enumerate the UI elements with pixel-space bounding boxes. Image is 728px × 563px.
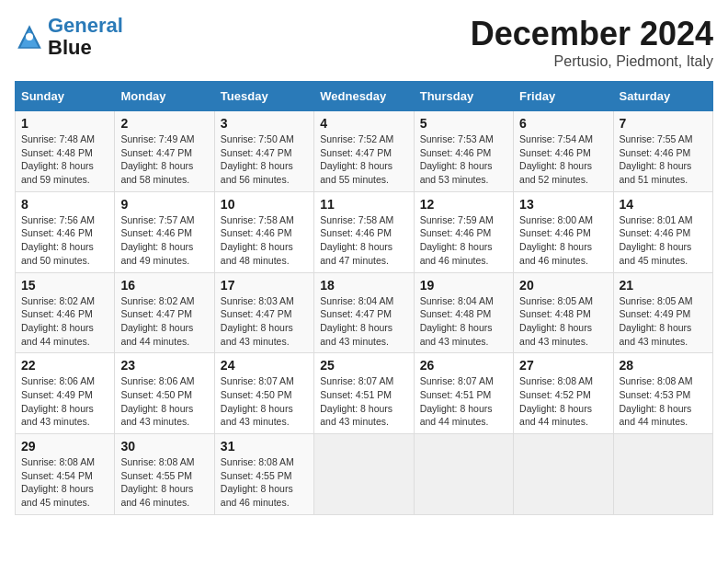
day-info: Sunrise: 7:49 AM Sunset: 4:47 PM Dayligh…	[120, 132, 208, 187]
day-info: Sunrise: 8:03 AM Sunset: 4:47 PM Dayligh…	[221, 294, 308, 349]
calendar-cell: 29 Sunrise: 8:08 AM Sunset: 4:54 PM Dayl…	[16, 434, 115, 515]
calendar-week-row: 22 Sunrise: 8:06 AM Sunset: 4:49 PM Dayl…	[16, 353, 713, 434]
logo-text: General Blue	[48, 15, 123, 59]
day-number: 1	[21, 116, 108, 131]
day-number: 16	[120, 278, 208, 293]
day-number: 25	[320, 358, 407, 373]
day-info: Sunrise: 8:07 AM Sunset: 4:51 PM Dayligh…	[320, 374, 407, 429]
day-number: 11	[320, 197, 407, 212]
header-sunday: Sunday	[16, 82, 115, 111]
calendar-cell: 19 Sunrise: 8:04 AM Sunset: 4:48 PM Dayl…	[414, 272, 513, 353]
day-info: Sunrise: 8:08 AM Sunset: 4:54 PM Dayligh…	[21, 455, 108, 510]
day-number: 20	[519, 278, 607, 293]
day-number: 28	[620, 358, 707, 373]
day-info: Sunrise: 8:07 AM Sunset: 4:50 PM Dayligh…	[221, 374, 308, 429]
calendar-cell: 18 Sunrise: 8:04 AM Sunset: 4:47 PM Dayl…	[314, 272, 414, 353]
day-number: 18	[320, 278, 407, 293]
calendar-table: SundayMondayTuesdayWednesdayThursdayFrid…	[15, 81, 713, 515]
day-info: Sunrise: 8:07 AM Sunset: 4:51 PM Dayligh…	[420, 374, 507, 429]
day-info: Sunrise: 7:58 AM Sunset: 4:46 PM Dayligh…	[221, 213, 308, 268]
day-info: Sunrise: 8:06 AM Sunset: 4:49 PM Dayligh…	[21, 374, 108, 429]
day-number: 9	[120, 197, 208, 212]
day-number: 10	[221, 197, 308, 212]
day-info: Sunrise: 8:08 AM Sunset: 4:52 PM Dayligh…	[519, 374, 607, 429]
svg-point-2	[26, 33, 33, 40]
day-number: 7	[620, 116, 707, 131]
calendar-cell: 2 Sunrise: 7:49 AM Sunset: 4:47 PM Dayli…	[115, 111, 214, 192]
logo-line1: General	[48, 14, 123, 37]
day-info: Sunrise: 7:50 AM Sunset: 4:47 PM Dayligh…	[221, 132, 308, 187]
day-info: Sunrise: 7:55 AM Sunset: 4:46 PM Dayligh…	[620, 132, 707, 187]
day-info: Sunrise: 8:08 AM Sunset: 4:55 PM Dayligh…	[120, 455, 208, 510]
day-number: 14	[620, 197, 707, 212]
day-info: Sunrise: 7:53 AM Sunset: 4:46 PM Dayligh…	[420, 132, 507, 187]
calendar-cell: 31 Sunrise: 8:08 AM Sunset: 4:55 PM Dayl…	[214, 434, 313, 515]
calendar-cell: 22 Sunrise: 8:06 AM Sunset: 4:49 PM Dayl…	[16, 353, 115, 434]
day-info: Sunrise: 8:04 AM Sunset: 4:47 PM Dayligh…	[320, 294, 407, 349]
day-number: 27	[519, 358, 607, 373]
calendar-cell: 9 Sunrise: 7:57 AM Sunset: 4:46 PM Dayli…	[115, 191, 214, 272]
calendar-cell: 4 Sunrise: 7:52 AM Sunset: 4:47 PM Dayli…	[314, 111, 414, 192]
day-number: 2	[120, 116, 208, 131]
calendar-cell: 24 Sunrise: 8:07 AM Sunset: 4:50 PM Dayl…	[214, 353, 313, 434]
day-number: 17	[221, 278, 308, 293]
calendar-week-row: 8 Sunrise: 7:56 AM Sunset: 4:46 PM Dayli…	[16, 191, 713, 272]
day-info: Sunrise: 8:00 AM Sunset: 4:46 PM Dayligh…	[519, 213, 607, 268]
day-info: Sunrise: 7:56 AM Sunset: 4:46 PM Dayligh…	[21, 213, 108, 268]
day-info: Sunrise: 8:08 AM Sunset: 4:53 PM Dayligh…	[620, 374, 707, 429]
header-tuesday: Tuesday	[214, 82, 313, 111]
calendar-cell: 25 Sunrise: 8:07 AM Sunset: 4:51 PM Dayl…	[314, 353, 414, 434]
calendar-cell: 14 Sunrise: 8:01 AM Sunset: 4:46 PM Dayl…	[613, 191, 712, 272]
calendar-cell: 12 Sunrise: 7:59 AM Sunset: 4:46 PM Dayl…	[414, 191, 513, 272]
calendar-cell: 16 Sunrise: 8:02 AM Sunset: 4:47 PM Dayl…	[115, 272, 214, 353]
day-info: Sunrise: 8:02 AM Sunset: 4:46 PM Dayligh…	[21, 294, 108, 349]
day-number: 21	[620, 278, 707, 293]
logo-line2: Blue	[48, 36, 92, 59]
month-title: December 2024	[471, 15, 713, 53]
day-number: 29	[21, 439, 108, 454]
day-number: 4	[320, 116, 407, 131]
calendar-cell	[514, 434, 613, 515]
day-number: 3	[221, 116, 308, 131]
day-number: 8	[21, 197, 108, 212]
calendar-week-row: 15 Sunrise: 8:02 AM Sunset: 4:46 PM Dayl…	[16, 272, 713, 353]
day-info: Sunrise: 8:05 AM Sunset: 4:48 PM Dayligh…	[519, 294, 607, 349]
day-number: 31	[221, 439, 308, 454]
calendar-cell: 7 Sunrise: 7:55 AM Sunset: 4:46 PM Dayli…	[613, 111, 712, 192]
location-subtitle: Pertusio, Piedmont, Italy	[471, 53, 713, 70]
day-info: Sunrise: 8:06 AM Sunset: 4:50 PM Dayligh…	[120, 374, 208, 429]
calendar-cell: 23 Sunrise: 8:06 AM Sunset: 4:50 PM Dayl…	[115, 353, 214, 434]
calendar-cell: 15 Sunrise: 8:02 AM Sunset: 4:46 PM Dayl…	[16, 272, 115, 353]
calendar-cell: 26 Sunrise: 8:07 AM Sunset: 4:51 PM Dayl…	[414, 353, 513, 434]
day-info: Sunrise: 7:59 AM Sunset: 4:46 PM Dayligh…	[420, 213, 507, 268]
calendar-cell: 27 Sunrise: 8:08 AM Sunset: 4:52 PM Dayl…	[514, 353, 613, 434]
calendar-cell: 3 Sunrise: 7:50 AM Sunset: 4:47 PM Dayli…	[214, 111, 313, 192]
calendar-cell: 28 Sunrise: 8:08 AM Sunset: 4:53 PM Dayl…	[613, 353, 712, 434]
day-info: Sunrise: 7:58 AM Sunset: 4:46 PM Dayligh…	[320, 213, 407, 268]
header-wednesday: Wednesday	[314, 82, 414, 111]
calendar-cell: 1 Sunrise: 7:48 AM Sunset: 4:48 PM Dayli…	[16, 111, 115, 192]
day-info: Sunrise: 8:05 AM Sunset: 4:49 PM Dayligh…	[620, 294, 707, 349]
calendar-cell: 8 Sunrise: 7:56 AM Sunset: 4:46 PM Dayli…	[16, 191, 115, 272]
calendar-cell	[314, 434, 414, 515]
day-number: 19	[420, 278, 507, 293]
calendar-cell: 5 Sunrise: 7:53 AM Sunset: 4:46 PM Dayli…	[414, 111, 513, 192]
header-friday: Friday	[514, 82, 613, 111]
logo: General Blue	[15, 15, 123, 59]
calendar-week-row: 29 Sunrise: 8:08 AM Sunset: 4:54 PM Dayl…	[16, 434, 713, 515]
calendar-cell: 6 Sunrise: 7:54 AM Sunset: 4:46 PM Dayli…	[514, 111, 613, 192]
day-number: 24	[221, 358, 308, 373]
calendar-week-row: 1 Sunrise: 7:48 AM Sunset: 4:48 PM Dayli…	[16, 111, 713, 192]
calendar-cell: 21 Sunrise: 8:05 AM Sunset: 4:49 PM Dayl…	[613, 272, 712, 353]
day-number: 15	[21, 278, 108, 293]
calendar-header-row: SundayMondayTuesdayWednesdayThursdayFrid…	[16, 82, 713, 111]
day-number: 6	[519, 116, 607, 131]
day-number: 30	[120, 439, 208, 454]
day-number: 13	[519, 197, 607, 212]
day-number: 22	[21, 358, 108, 373]
day-info: Sunrise: 8:08 AM Sunset: 4:55 PM Dayligh…	[221, 455, 308, 510]
day-number: 26	[420, 358, 507, 373]
header-thursday: Thursday	[414, 82, 513, 111]
day-info: Sunrise: 7:54 AM Sunset: 4:46 PM Dayligh…	[519, 132, 607, 187]
day-info: Sunrise: 7:52 AM Sunset: 4:47 PM Dayligh…	[320, 132, 407, 187]
